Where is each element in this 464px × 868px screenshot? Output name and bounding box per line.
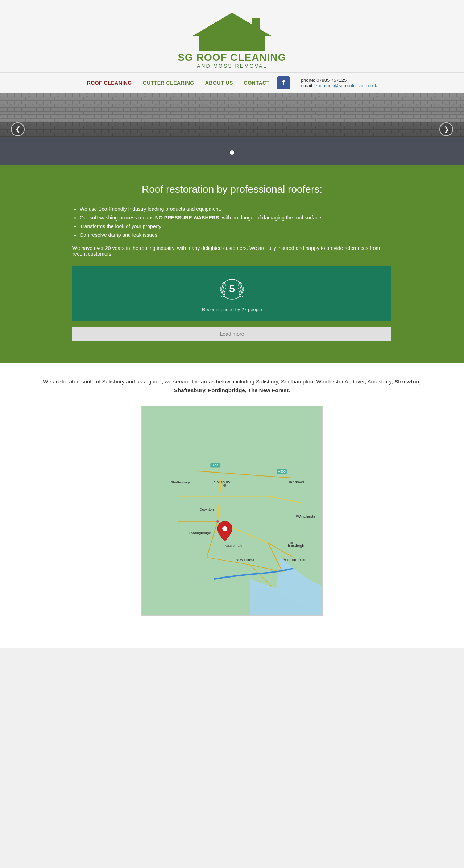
roof-tiles-bg [0,93,464,137]
rating-box: 5 Recommended by 27 people [72,266,392,321]
rating-display: 5 Recommended by 27 people [202,275,262,312]
svg-text:Nature Park: Nature Park [225,544,242,548]
site-logo: SG ROOF CLEANING AND MOSS REMOVAL [170,7,294,69]
slider-prev-button[interactable]: ❮ [11,122,25,136]
slider-dot-active[interactable] [230,150,234,155]
svg-point-47 [296,515,298,517]
nav-contact[interactable]: CONTACT [244,80,270,86]
svg-text:Eastleigh: Eastleigh [288,543,304,548]
svg-text:SG ROOF CLEANING: SG ROOF CLEANING [178,52,286,63]
bottom-spacer [0,630,464,648]
svg-point-46 [289,481,291,483]
rating-subtitle: Recommended by 27 people [202,307,262,312]
laurel-wreath-icon: 5 [218,275,246,304]
svg-text:New Forest: New Forest [236,558,254,562]
location-description: We are located south of Salisbury and as… [36,377,428,395]
services-heading: Roof restoration by professional roofers… [72,184,392,195]
svg-point-44 [216,520,219,523]
site-header: SG ROOF CLEANING AND MOSS REMOVAL ROOF C… [0,0,464,93]
svg-point-45 [223,484,226,487]
svg-point-53 [222,526,227,531]
service-area-map: Salisbury Andover Winchester Eastleigh S… [141,406,323,616]
svg-rect-12 [0,122,464,137]
facebook-icon[interactable]: f [277,76,290,89]
svg-text:Andover: Andover [290,480,304,484]
phone-info: phone: 07885 757125 [301,77,377,83]
nav-roof-cleaning[interactable]: ROOF CLEANING [87,80,132,86]
email-link[interactable]: enquiries@sg-roofclean.co.uk [315,83,377,88]
service-item-4: Can resolve damp and leak issues [80,232,392,238]
email-label: email: [301,83,314,88]
phone-number: 07885 757125 [316,77,347,83]
logo-area: SG ROOF CLEANING AND MOSS REMOVAL [170,7,294,69]
service-item-2: Our soft washing process means NO PRESSU… [80,215,392,221]
svg-point-48 [290,542,293,544]
svg-text:Salisbury: Salisbury [214,480,231,484]
map-svg: Salisbury Andover Winchester Eastleigh S… [142,406,322,615]
svg-text:Southampton: Southampton [282,557,306,562]
hero-slider: ❮ ❯ [0,93,464,165]
nav-gutter-clearing[interactable]: GUTTER CLEARING [143,80,194,86]
load-more-button[interactable]: Load more [72,327,392,341]
svg-text:Fordingbridge: Fordingbridge [188,531,211,535]
rating-badge-container: 5 [218,275,246,304]
services-section: Roof restoration by professional roofers… [0,165,464,363]
slider-next-button[interactable]: ❯ [439,122,453,136]
svg-text:Winchester: Winchester [297,514,317,519]
services-list: We use Eco-Friendly Industry leading pro… [72,206,392,238]
svg-text:5: 5 [229,283,235,294]
nav-links: ROOF CLEANING GUTTER CLEARING ABOUT US C… [87,80,270,86]
services-body-text: We have over 20 years in the roofing ind… [72,245,392,257]
svg-text:AND MOSS REMOVAL: AND MOSS REMOVAL [197,63,267,69]
service-item-3: Transforms the look of your property [80,223,392,229]
svg-text:Shaftesbury: Shaftesbury [171,480,190,484]
phone-label: phone: [301,77,315,83]
svg-rect-1 [252,18,260,36]
navigation-bar: ROOF CLEANING GUTTER CLEARING ABOUT US C… [0,72,464,93]
svg-text:A303: A303 [278,470,286,473]
svg-text:A36: A36 [212,464,218,467]
service-item-1: We use Eco-Friendly Industry leading pro… [80,206,392,212]
email-info: email: enquiries@sg-roofclean.co.uk [301,83,377,88]
nav-about-us[interactable]: ABOUT US [205,80,233,86]
svg-text:Downton: Downton [199,507,214,511]
location-section: We are located south of Salisbury and as… [0,363,464,630]
contact-info: phone: 07885 757125 email: enquiries@sg-… [301,77,377,88]
slider-dots [230,150,234,155]
